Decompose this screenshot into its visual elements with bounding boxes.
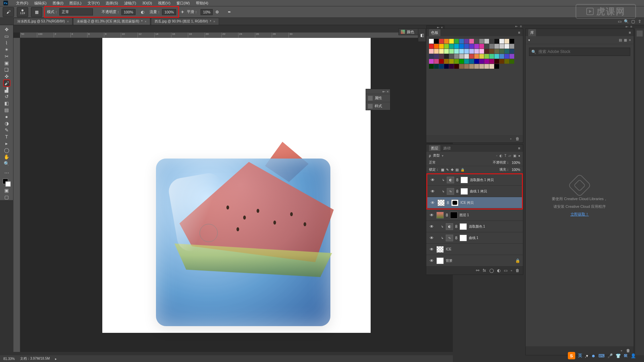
ime-emoji-icon[interactable]: ☻ [591,353,596,358]
swatch[interactable] [429,59,434,64]
add-mask-icon[interactable]: ◯ [489,268,494,273]
brush-panel-icon[interactable]: ▦ [31,7,42,17]
swatch[interactable] [444,39,449,44]
layer-fx-icon[interactable]: fx [483,268,486,273]
history-brush-tool[interactable]: ↺ [4,94,10,100]
swatch[interactable] [479,54,484,59]
swatch[interactable] [444,59,449,64]
quick-select-tool[interactable]: ✴ [4,47,10,53]
quickmask-tool[interactable]: ▣ [4,187,10,193]
swatch[interactable] [459,54,464,59]
close-icon[interactable]: × [213,20,215,23]
swatch[interactable] [449,39,454,44]
menu-file[interactable]: 文件(F) [16,1,28,6]
swatch[interactable] [454,49,459,54]
swatch[interactable] [474,59,479,64]
swatch[interactable] [469,49,474,54]
layer-thumb[interactable]: ◐ [446,223,453,230]
canvas-viewport[interactable] [20,38,453,352]
layer-thumb[interactable] [436,212,444,219]
lock-nest-icon[interactable]: ▤ [455,168,459,172]
new-layer-icon[interactable]: ▫ [511,268,512,273]
swatch[interactable] [449,49,454,54]
blend-mode-select[interactable]: 正常 [429,160,459,165]
visibility-icon[interactable]: 👁 [429,224,434,229]
swatch[interactable] [439,39,444,44]
smooth-options-icon[interactable]: ⚙ [215,10,219,14]
mask-thumb[interactable] [450,212,458,219]
menu-type[interactable]: 文字(Y) [88,1,100,6]
mask-thumb[interactable] [461,188,468,195]
swatch[interactable] [454,64,459,69]
swatch[interactable] [474,44,479,49]
layer-row[interactable]: 👁 背景 🔒 [426,255,523,266]
canvas[interactable] [102,38,371,333]
swatch[interactable] [479,49,484,54]
swatch[interactable] [504,54,509,59]
menu-help[interactable]: 帮助(H) [196,1,208,6]
swatch[interactable] [474,64,479,69]
screenmode-tool[interactable]: ▢ [4,194,10,200]
swatch[interactable] [459,64,464,69]
swatch[interactable] [484,44,489,49]
swatch[interactable] [439,64,444,69]
ime-mic-icon[interactable]: 🎤 [607,353,613,358]
menu-image[interactable]: 图像(I) [53,1,63,6]
swatch[interactable] [464,39,469,44]
doc-tab-1[interactable]: 冷冻西瓜.jpg @ 53.7%(RGB/8#)× [13,18,72,25]
swatch[interactable] [504,39,509,44]
swatch[interactable] [479,39,484,44]
color-swatches[interactable] [3,179,11,187]
layer-thumb[interactable]: ∿ [447,188,454,195]
new-group-icon[interactable]: ▭ [504,268,507,273]
pen-tool[interactable]: ✎ [4,127,10,133]
swatch[interactable] [469,59,474,64]
swatch-grid[interactable] [426,36,523,71]
ime-user-icon[interactable]: 👤 [631,353,636,358]
frame-tool[interactable]: ▣ [4,60,10,66]
visibility-icon[interactable]: 👁 [429,213,434,218]
new-adj-icon[interactable]: ◐ [497,268,500,273]
swatch[interactable] [449,59,454,64]
ime-lang[interactable]: 英 [578,353,582,359]
lib-link[interactable]: 立即获取！ [571,212,589,217]
zoom-tool[interactable]: 🔍 [4,161,10,167]
swatch[interactable] [499,39,504,44]
doc-size[interactable]: 文档：3.97M/18.5M [20,356,50,361]
swatch[interactable] [504,59,509,64]
panel-menu-icon[interactable]: ≡ [629,31,631,35]
airbrush-icon[interactable]: ✈ [181,10,184,14]
pressure-size-icon[interactable]: ✒ [228,10,231,14]
swatch[interactable] [439,59,444,64]
swatch[interactable] [499,44,504,49]
shape-tool[interactable]: ◯ [4,147,10,153]
new-swatch-icon[interactable]: ▫ [510,136,512,141]
layer-row[interactable]: 👁 8 ICE 拷贝 [427,197,522,208]
layer-thumb[interactable] [437,199,445,206]
layer-row[interactable]: 👁 ↳ ∿ 8 曲线 1 拷贝 [427,186,522,197]
swatch[interactable] [429,44,434,49]
mask-thumb[interactable] [461,177,468,183]
gradient-tool[interactable]: ▤ [4,107,10,113]
share-icon[interactable]: ⇪ [637,19,642,24]
swatch[interactable] [489,44,494,49]
swatch[interactable] [509,39,514,44]
swatch[interactable] [449,44,454,49]
smooth-value[interactable]: 10% [201,9,213,15]
layer-thumb[interactable] [436,246,444,253]
swatch[interactable] [484,59,489,64]
swatch[interactable] [454,54,459,59]
doc-tab-2[interactable]: 未标题-2 @ 81.3% (ICE 拷贝, 图层蒙版/8) *× [73,18,150,25]
swatch[interactable] [459,59,464,64]
libraries-tab[interactable]: 库 [528,29,536,36]
swatch[interactable] [444,54,449,59]
swatch[interactable] [469,39,474,44]
collapsed-panel[interactable]: ⇤× 属性 样式 [366,89,390,110]
swatch[interactable] [509,59,514,64]
swatch[interactable] [454,44,459,49]
filter-smart-icon[interactable]: ▣ [513,154,516,158]
mask-thumb[interactable] [460,235,467,241]
visibility-icon[interactable]: 👁 [430,189,435,194]
swatch[interactable] [459,44,464,49]
swatch[interactable] [509,44,514,49]
